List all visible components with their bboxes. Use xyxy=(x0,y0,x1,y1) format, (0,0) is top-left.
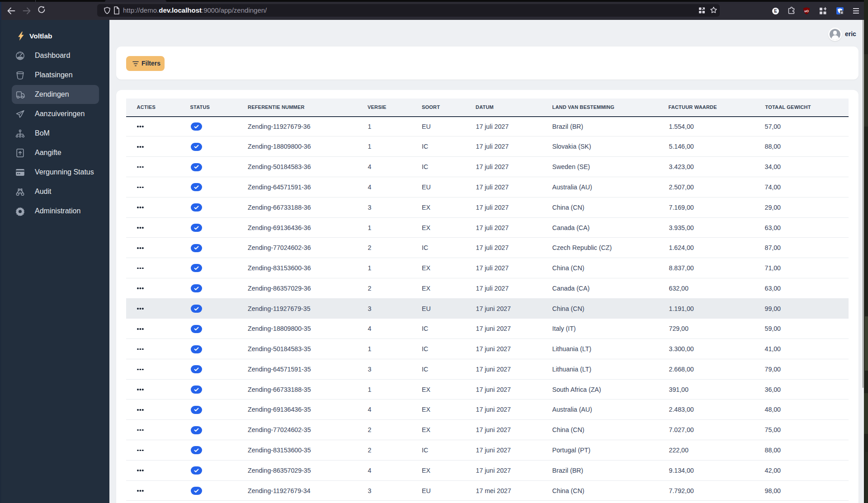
svg-text:uO: uO xyxy=(804,9,809,13)
